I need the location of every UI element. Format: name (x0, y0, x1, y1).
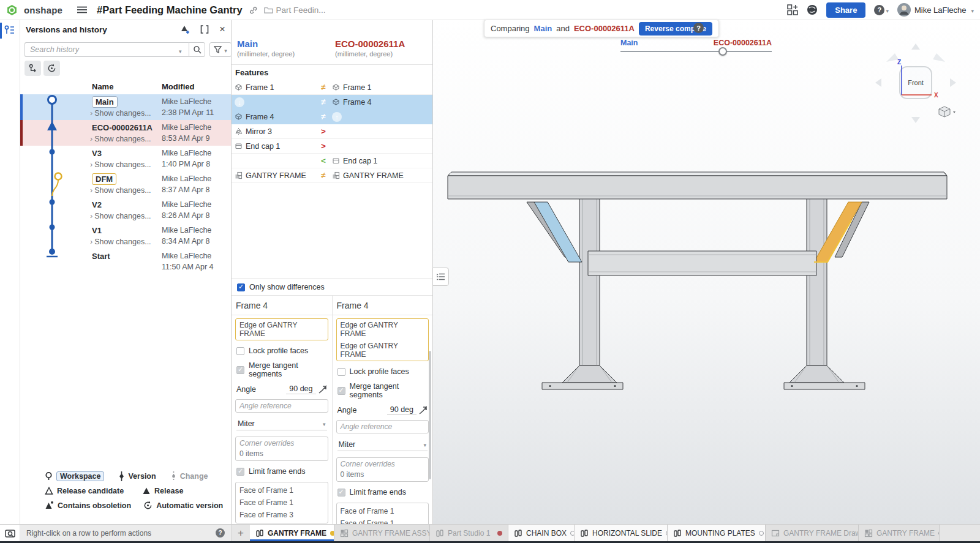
tab-chain-box[interactable]: CHAIN BOX (508, 525, 575, 541)
search-button[interactable] (189, 42, 205, 57)
miter-select[interactable]: Miter (337, 438, 428, 451)
onshape-logo-icon[interactable] (6, 4, 18, 16)
version-node-v2[interactable] (50, 200, 55, 205)
tab-gantry-frame[interactable]: GANTRY FRAME (250, 525, 334, 541)
slider-left-label[interactable]: Main (620, 39, 638, 47)
top-beam-part[interactable] (448, 176, 947, 199)
rotate-right-arrow[interactable] (950, 78, 956, 87)
compare-help-icon[interactable]: ? (693, 23, 704, 33)
user-menu[interactable]: Mike LaFleche (897, 3, 974, 17)
limit-frame-ends-checkbox[interactable] (337, 489, 345, 497)
limit-faces-list[interactable]: Face of Frame 1 Face of Frame 1 Face of … (235, 482, 328, 523)
feature-row[interactable]: Mirror 3 > (232, 124, 432, 139)
gantry-frame-model[interactable] (439, 167, 960, 400)
left-foot-gusset[interactable] (562, 365, 617, 383)
left-base-plate[interactable] (542, 383, 623, 389)
show-changes-link[interactable]: ›Show changes... (90, 135, 151, 143)
panel-scrollbar[interactable] (429, 351, 431, 479)
brace-left-highlight-blue[interactable] (534, 202, 582, 262)
top-beam-top-face[interactable] (448, 172, 947, 176)
tab-part-studio-1[interactable]: Part Studio 1 (430, 525, 508, 541)
viewcube-face-label[interactable]: Front (908, 79, 924, 86)
angle-dart-icon[interactable] (419, 406, 428, 414)
show-auto-versions-toggle[interactable] (43, 61, 60, 76)
angle-reference-field[interactable]: Angle reference (235, 399, 328, 413)
app-store-icon[interactable] (787, 4, 798, 15)
right-base-plate[interactable] (784, 383, 865, 389)
rotate-cw-arrow[interactable] (933, 53, 945, 62)
version-node-v3[interactable] (50, 149, 55, 155)
tab-mounting-plates[interactable]: MOUNTING PLATES (668, 525, 766, 541)
feature-row[interactable]: Frame 1 ≠ Frame 1 (232, 80, 432, 95)
tab-gantry-frame-assy[interactable]: GANTRY FRAME ASSY (334, 525, 430, 541)
workspace-node-main[interactable] (48, 96, 56, 104)
screenshot-tool[interactable] (0, 525, 20, 541)
tab-gantry-frame-drawing[interactable]: GANTRY FRAME Drawi... (766, 525, 859, 541)
feature-row[interactable]: GANTRY FRAME ≠ GANTRY FRAME (232, 168, 432, 183)
show-changes-link[interactable]: ›Show changes... (90, 160, 151, 169)
create-version-icon[interactable] (180, 24, 190, 34)
version-node-v1[interactable] (50, 225, 55, 230)
angle-reference-field[interactable]: Angle reference (336, 420, 429, 433)
show-changes-link[interactable]: ›Show changes... (90, 186, 151, 195)
view-options-cube-icon[interactable] (939, 107, 956, 117)
tab-gantry-frame-2[interactable]: GANTRY FRAME (859, 525, 940, 541)
modified-date: 8:37 AM Apr 8 (162, 186, 210, 194)
show-changes-link[interactable]: ›Show changes... (90, 109, 151, 118)
right-foot-gusset[interactable] (790, 365, 844, 383)
show-workspaces-toggle[interactable] (24, 61, 41, 76)
angle-value[interactable]: 90 deg (286, 384, 315, 394)
compare-slider-track[interactable] (620, 51, 772, 52)
z-axis-label: Z (897, 59, 901, 66)
view-cube[interactable]: Front Z X (873, 39, 959, 130)
breadcrumb[interactable]: Part Feedin... (264, 6, 326, 15)
only-show-differences-checkbox[interactable] (237, 283, 245, 291)
corner-overrides-field[interactable]: Corner overrides 0 items (235, 437, 328, 461)
feature-row-moved[interactable]: Frame 4 ≠ ↑ (232, 110, 432, 124)
share-button[interactable]: Share (826, 2, 865, 18)
corner-overrides-field[interactable]: Corner overrides 0 items (336, 457, 429, 482)
model-viewport[interactable]: Comparing Main and ECO-00002611A Reverse… (433, 20, 980, 524)
feature-row-moved[interactable]: ↓ ≠ Frame 4 (232, 95, 432, 110)
angle-dart-icon[interactable] (318, 385, 327, 394)
rotate-up-arrow[interactable] (911, 43, 920, 50)
release-node-eco[interactable] (47, 121, 57, 130)
help-menu[interactable]: ? (874, 5, 889, 15)
selection-list[interactable]: Edge of GANTRY FRAME (235, 318, 328, 340)
add-tab-button[interactable]: + (232, 525, 250, 541)
angle-value[interactable]: 90 deg (387, 405, 417, 415)
versions-flyout-icon[interactable] (4, 24, 16, 37)
close-icon[interactable] (219, 25, 225, 34)
version-node-start[interactable] (49, 249, 55, 255)
filter-button[interactable] (209, 42, 232, 57)
limit-frame-ends-checkbox[interactable] (236, 468, 244, 476)
compare-slider-knob[interactable] (718, 47, 727, 56)
version-name: V1 (92, 226, 102, 235)
status-help-icon[interactable]: ? (216, 528, 225, 538)
feature-row[interactable]: < End cap 1 (232, 154, 432, 168)
tab-horizontal-slide[interactable]: HORIZONTAL SLIDE (575, 525, 668, 541)
link-icon[interactable] (249, 6, 258, 15)
limit-faces-list[interactable]: Face of Frame 1 Face of Frame 1 Face of … (336, 503, 429, 524)
rotate-down-arrow[interactable] (911, 117, 920, 123)
search-dropdown-icon[interactable] (178, 46, 182, 55)
globe-icon[interactable] (807, 4, 818, 15)
rotate-left-arrow[interactable] (875, 78, 881, 87)
search-input[interactable] (24, 42, 189, 57)
selection-list[interactable]: Edge of GANTRY FRAME Edge of GANTRY FRAM… (336, 318, 429, 361)
show-changes-link[interactable]: ›Show changes... (90, 238, 151, 246)
show-changes-link[interactable]: ›Show changes... (90, 212, 151, 220)
compare-versions-header: Main (millimeter, degree) ECO-00002611A … (232, 37, 432, 65)
slider-right-label[interactable]: ECO-00002611A (714, 39, 772, 47)
compare-versions-icon[interactable] (200, 24, 209, 34)
column-modified: Modified (162, 82, 194, 91)
feature-row[interactable]: End cap 1 > (232, 139, 432, 154)
miter-select[interactable]: Miter (236, 418, 327, 430)
workspace-node-dfm[interactable] (55, 173, 62, 180)
merge-tangent-segments-checkbox[interactable] (337, 387, 345, 395)
lock-profile-faces-checkbox[interactable] (236, 347, 244, 355)
lock-profile-faces-checkbox[interactable] (337, 368, 345, 376)
rotate-ccw-arrow[interactable] (886, 53, 899, 62)
merge-tangent-segments-checkbox[interactable] (236, 366, 244, 374)
hamburger-menu-icon[interactable] (77, 5, 87, 15)
